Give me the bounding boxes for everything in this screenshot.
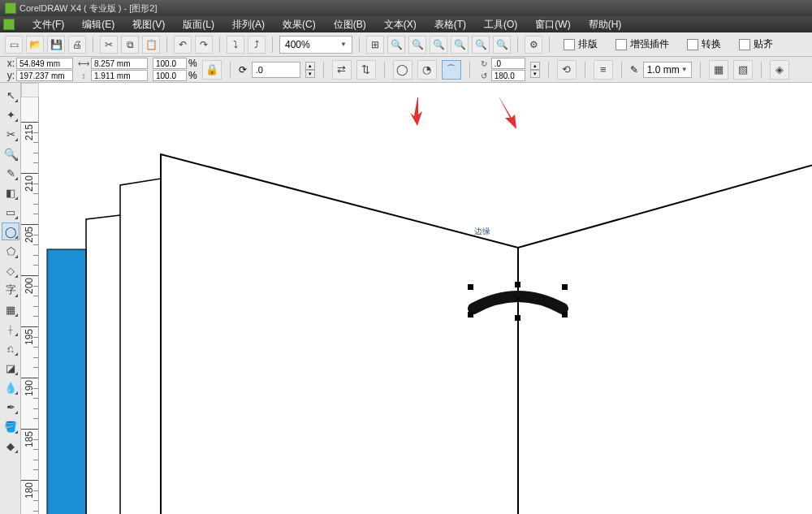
start-angle-field[interactable]: .0 bbox=[491, 58, 525, 69]
shape-tool[interactable]: ✦ bbox=[2, 106, 19, 123]
menu-edit[interactable]: 编辑(E) bbox=[74, 16, 123, 33]
separator bbox=[469, 62, 470, 78]
menu-text[interactable]: 文本(X) bbox=[376, 16, 425, 33]
separator bbox=[323, 62, 324, 78]
outline-tool[interactable]: ✒ bbox=[2, 398, 19, 416]
undo-button[interactable]: ↶ bbox=[174, 36, 192, 54]
polygon-tool[interactable]: ⬠ bbox=[2, 242, 19, 260]
to-back-button[interactable]: ▧ bbox=[733, 60, 753, 80]
new-button[interactable]: ▭ bbox=[5, 36, 23, 54]
menu-effects[interactable]: 效果(C) bbox=[274, 16, 324, 33]
title-bar: CorelDRAW X4 ( 专业版 ) - [图形2] bbox=[0, 0, 812, 16]
menu-file[interactable]: 文件(F) bbox=[24, 16, 72, 33]
menu-arrange[interactable]: 排列(A) bbox=[224, 16, 273, 33]
width-field[interactable]: 8.257 mm bbox=[91, 58, 148, 69]
crop-tool[interactable]: ✂ bbox=[2, 125, 19, 143]
zoom-combo[interactable]: 400% ▼ bbox=[279, 36, 352, 54]
interactive-fill-tool[interactable]: ◆ bbox=[2, 437, 19, 455]
to-front-button[interactable]: ▦ bbox=[709, 60, 728, 80]
export-button[interactable]: ⤴ bbox=[248, 36, 266, 54]
menu-tools[interactable]: 工具(O) bbox=[476, 16, 525, 33]
zoom-all-icon[interactable]: 🔍 bbox=[408, 36, 426, 54]
separator bbox=[384, 62, 385, 78]
paste-button[interactable]: 📋 bbox=[142, 36, 160, 54]
ellipse-tool[interactable]: ◯ bbox=[2, 222, 19, 240]
eyedropper-tool[interactable]: 💧 bbox=[2, 378, 19, 396]
fill-tool[interactable]: 🪣 bbox=[2, 417, 19, 435]
x-label: x: bbox=[5, 58, 15, 69]
rotation-field[interactable] bbox=[252, 62, 300, 78]
open-button[interactable]: 📂 bbox=[26, 36, 44, 54]
pick-tool[interactable]: ↖ bbox=[2, 86, 19, 104]
freehand-tool[interactable]: ✎ bbox=[2, 164, 19, 182]
mirror-v-button[interactable]: ⇅ bbox=[356, 60, 376, 80]
outline-width-combo[interactable]: 1.0 mm ▼ bbox=[643, 62, 692, 78]
interactive-tool[interactable]: ◪ bbox=[2, 359, 19, 377]
rectangle-tool[interactable]: ▭ bbox=[2, 203, 19, 221]
zoom-tool[interactable]: 🔍 bbox=[2, 145, 19, 162]
direction-button[interactable]: ⟲ bbox=[557, 60, 577, 80]
size-group: ⟷8.257 mm ↕1.911 mm bbox=[78, 58, 148, 81]
rotation-spinner[interactable]: ▲▼ bbox=[305, 62, 315, 78]
scale-x-field[interactable]: 100.0 bbox=[153, 58, 187, 69]
smart-fill-tool[interactable]: ◧ bbox=[2, 184, 19, 201]
window-title: CorelDRAW X4 ( 专业版 ) - [图形2] bbox=[19, 2, 158, 15]
selection-handle[interactable] bbox=[562, 284, 568, 290]
canvas[interactable]: 边缘 bbox=[39, 97, 812, 514]
arc-button[interactable]: ⌒ bbox=[442, 60, 461, 80]
width-icon: ⟷ bbox=[78, 59, 89, 67]
connector-tool[interactable]: ⎌ bbox=[2, 339, 19, 357]
zoom-width-icon[interactable]: 🔍 bbox=[451, 36, 469, 54]
scale-y-field[interactable]: 100.0 bbox=[153, 70, 187, 81]
menu-table[interactable]: 表格(T) bbox=[426, 16, 474, 33]
cut-button[interactable]: ✂ bbox=[100, 36, 118, 54]
chevron-down-icon: ▼ bbox=[340, 41, 347, 48]
selection-handle[interactable] bbox=[468, 284, 473, 290]
zoom-selection-icon[interactable]: 🔍 bbox=[387, 36, 405, 54]
enhance-plugin-button[interactable]: 增强插件 bbox=[608, 36, 676, 54]
pen-icon: ✎ bbox=[630, 64, 638, 76]
menu-layout[interactable]: 版面(L) bbox=[175, 16, 222, 33]
basic-shapes-tool[interactable]: ◇ bbox=[2, 261, 19, 279]
y-field[interactable]: 197.237 mm bbox=[16, 70, 73, 81]
angle-spinner[interactable]: ▲▼ bbox=[530, 62, 540, 78]
save-button[interactable]: 💾 bbox=[47, 36, 65, 54]
ellipse-button[interactable]: ◯ bbox=[393, 60, 412, 80]
pie-button[interactable]: ◔ bbox=[417, 60, 437, 80]
menu-window[interactable]: 窗口(W) bbox=[527, 16, 578, 33]
import-button[interactable]: ⤵ bbox=[227, 36, 244, 54]
selection-handle[interactable] bbox=[468, 312, 473, 317]
x-field[interactable]: 54.849 mm bbox=[16, 58, 73, 69]
menu-bitmap[interactable]: 位图(B) bbox=[326, 16, 374, 33]
position-group: x:54.849 mm y:197.237 mm bbox=[5, 58, 73, 81]
zoom-height-icon[interactable]: 🔍 bbox=[472, 36, 490, 54]
selection-handle[interactable] bbox=[562, 312, 568, 317]
text-tool[interactable]: 字 bbox=[2, 281, 19, 299]
height-field[interactable]: 1.911 mm bbox=[91, 70, 148, 81]
snap-button[interactable]: ⊞ bbox=[366, 36, 384, 54]
redo-button[interactable]: ↷ bbox=[195, 36, 213, 54]
print-button[interactable]: 🖨 bbox=[68, 36, 86, 54]
end-angle-field[interactable]: 180.0 bbox=[491, 70, 525, 81]
selection-handle[interactable] bbox=[515, 315, 520, 321]
snap-to-button[interactable]: 贴齐 bbox=[732, 36, 780, 54]
mirror-h-button[interactable]: ⇄ bbox=[332, 60, 352, 80]
selection-handle[interactable] bbox=[515, 282, 520, 287]
zoom-fit-icon[interactable]: 🔍 bbox=[493, 36, 511, 54]
convert-curves-button[interactable]: ◈ bbox=[770, 60, 789, 80]
menu-view[interactable]: 视图(V) bbox=[124, 16, 173, 33]
copy-button[interactable]: ⧉ bbox=[121, 36, 139, 54]
convert-button[interactable]: 转换 bbox=[680, 36, 728, 54]
options-button[interactable]: ⚙ bbox=[525, 36, 542, 54]
table-tool[interactable]: ▦ bbox=[2, 300, 19, 318]
zoom-page-icon[interactable]: 🔍 bbox=[430, 36, 447, 54]
lock-ratio-button[interactable]: 🔒 bbox=[202, 60, 222, 80]
end-angle-icon: ↺ bbox=[478, 71, 490, 80]
dimension-tool[interactable]: ⟊ bbox=[2, 320, 19, 338]
vertical-ruler[interactable]: 215210205200195190185180 bbox=[21, 97, 39, 514]
ruler-origin[interactable] bbox=[21, 83, 39, 97]
menu-help[interactable]: 帮助(H) bbox=[581, 16, 630, 33]
app-menu-icon[interactable] bbox=[3, 19, 15, 30]
wrap-button[interactable]: ≡ bbox=[594, 60, 613, 80]
layout-plugin-button[interactable]: 排版 bbox=[556, 36, 605, 54]
